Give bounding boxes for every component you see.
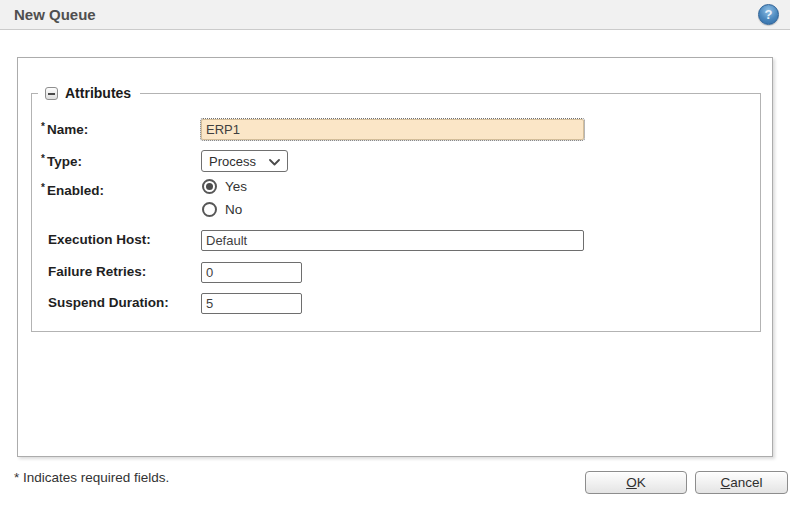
attributes-legend: Attributes	[38, 85, 140, 101]
page-title: New Queue	[14, 6, 96, 23]
failure-retries-label: Failure Retries:	[48, 264, 146, 279]
name-label: *Name:	[41, 121, 88, 137]
cancel-button[interactable]: Cancel	[695, 471, 788, 494]
form-panel: Attributes *Name: *Type: Process *Enable…	[17, 57, 773, 457]
failure-retries-input[interactable]	[201, 262, 302, 283]
suspend-duration-input[interactable]	[201, 293, 302, 314]
execution-host-label: Execution Host:	[48, 232, 151, 247]
execution-host-input[interactable]	[201, 230, 584, 251]
type-label: *Type:	[41, 153, 82, 169]
type-select-value: Process	[209, 154, 256, 169]
new-queue-page: New Queue ? Attributes *Name: *Type: Pro…	[0, 0, 790, 506]
enabled-label: *Enabled:	[41, 182, 104, 198]
enabled-radio-yes[interactable]: Yes	[202, 179, 247, 194]
required-fields-note: * Indicates required fields.	[14, 470, 169, 485]
enabled-radio-no[interactable]: No	[202, 202, 242, 217]
collapse-minus-icon[interactable]	[45, 87, 58, 100]
suspend-duration-label: Suspend Duration:	[48, 295, 169, 310]
required-marker: *	[41, 182, 45, 193]
help-icon[interactable]: ?	[758, 4, 779, 25]
name-input[interactable]	[201, 119, 584, 140]
radio-button-icon	[202, 179, 217, 194]
required-marker: *	[41, 121, 45, 132]
type-select[interactable]: Process	[201, 150, 288, 172]
radio-yes-label: Yes	[225, 179, 247, 194]
chevron-down-icon	[269, 159, 280, 166]
ok-button[interactable]: OK	[585, 471, 687, 494]
required-marker: *	[41, 153, 45, 164]
attributes-legend-label: Attributes	[65, 85, 131, 101]
radio-button-icon	[202, 202, 217, 217]
radio-no-label: No	[225, 202, 242, 217]
page-header: New Queue ?	[0, 0, 790, 30]
help-icon-glyph: ?	[765, 7, 773, 22]
